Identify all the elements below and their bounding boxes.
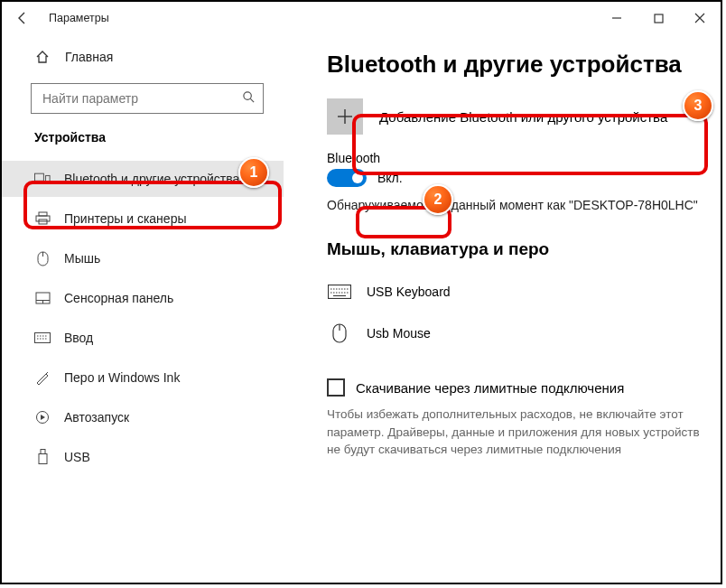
sidebar-item-label: Автозапуск [64,410,129,425]
sidebar-item-touchpad[interactable]: Сенсорная панель [2,280,284,316]
svg-rect-1 [655,14,663,23]
devices-icon [34,171,51,187]
svg-rect-15 [35,333,51,343]
bluetooth-toggle-state: Вкл. [377,171,403,185]
pen-icon [34,369,51,386]
svg-rect-5 [46,175,51,182]
keyboard-icon [34,330,51,346]
titlebar: Параметры [2,2,721,34]
checkbox-icon[interactable] [327,378,345,397]
sidebar-item-usb[interactable]: USB [2,439,284,475]
bluetooth-toggle[interactable] [327,169,367,187]
toggle-knob [352,173,363,183]
sidebar-item-label: USB [64,450,90,464]
mouse-icon [327,323,352,343]
sidebar-item-label: Ввод [64,331,93,345]
sidebar-item-label: Мышь [64,251,100,266]
sidebar-item-autoplay[interactable]: Автозапуск [2,399,284,435]
device-label: Usb Mouse [367,326,431,341]
sidebar-item-label: Сенсорная панель [64,291,173,305]
sidebar-item-label: Bluetooth и другие устройства [64,172,239,186]
printer-icon [34,210,51,227]
touchpad-icon [34,290,51,306]
sidebar-item-mouse[interactable]: Мышь [2,240,284,276]
svg-point-2 [244,92,251,99]
content-pane: Bluetooth и другие устройства Добавление… [284,34,721,583]
autoplay-icon [34,409,51,425]
metered-description: Чтобы избежать дополнительных расходов, … [327,406,704,459]
sidebar-item-label: Принтеры и сканеры [64,211,186,226]
keyboard-icon [327,285,352,299]
svg-rect-8 [36,216,50,221]
home-label: Главная [65,50,113,64]
sidebar-item-bluetooth[interactable]: Bluetooth и другие устройства [2,161,284,197]
app-title: Параметры [49,12,109,24]
svg-rect-4 [34,173,43,181]
device-row-mouse[interactable]: Usb Mouse [327,313,704,353]
home-link[interactable]: Главная [2,40,284,74]
svg-rect-19 [41,450,45,454]
sidebar-item-label: Перо и Windows Ink [64,370,180,385]
discoverable-text: Обнаруживаемое на данный момент как "DES… [327,198,704,212]
window-controls [596,2,721,34]
search-field[interactable] [41,90,225,107]
maximize-button[interactable] [638,2,679,34]
device-row-keyboard[interactable]: USB Keyboard [327,272,704,312]
device-label: USB Keyboard [367,285,451,299]
back-arrow-icon[interactable] [13,11,33,25]
page-title: Bluetooth и другие устройства [327,51,704,79]
svg-rect-7 [39,212,47,216]
usb-icon [34,449,51,465]
sidebar-item-printers[interactable]: Принтеры и сканеры [2,201,284,237]
add-device-label: Добавление Bluetooth или другого устройс… [379,109,667,125]
search-icon [242,90,256,107]
metered-checkbox-row[interactable]: Скачивание через лимитные подключения [327,378,704,397]
svg-rect-20 [39,454,47,464]
minimize-button[interactable] [596,2,638,34]
bluetooth-section-label: Bluetooth [327,151,704,165]
home-icon [34,49,51,65]
search-input[interactable] [31,83,264,114]
sidebar-item-pen[interactable]: Перо и Windows Ink [2,359,284,396]
plus-icon [327,98,363,135]
add-device-button[interactable]: Добавление Bluetooth или другого устройс… [327,98,704,135]
sidebar-item-typing[interactable]: Ввод [2,320,284,356]
close-button[interactable] [679,2,721,34]
mouse-icon [34,250,51,266]
svg-rect-23 [329,285,351,299]
metered-checkbox-label: Скачивание через лимитные подключения [356,380,624,396]
svg-line-3 [250,98,254,102]
sidebar-group-title: Устройства [2,130,284,145]
input-devices-heading: Мышь, клавиатура и перо [327,239,704,259]
sidebar: Главная Устройства Bluetooth и другие ус… [2,34,284,583]
